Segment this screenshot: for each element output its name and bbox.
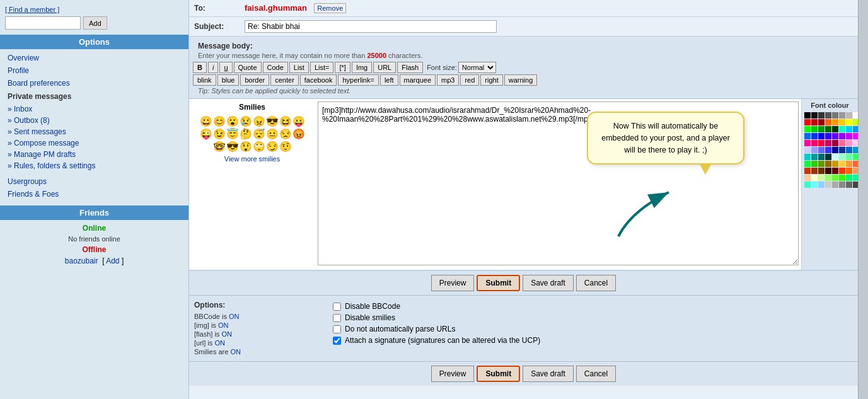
color-cell[interactable] [839,175,845,181]
find-member-input[interactable] [5,16,81,30]
smiley-20[interactable]: 🙄 [253,141,265,153]
toolbar-mp3-button[interactable]: mp3 [437,74,459,86]
smiley-1[interactable]: 😀 [200,115,212,127]
color-cell[interactable] [832,168,838,174]
color-cell[interactable] [832,175,838,181]
view-more-smilies-link[interactable]: View more smilies [194,155,310,163]
smiley-7[interactable]: 😆 [279,115,292,127]
color-cell[interactable] [818,147,825,153]
color-cell[interactable] [804,140,811,146]
smiley-6[interactable]: 😎 [266,115,279,127]
color-cell[interactable] [846,133,852,139]
color-cell[interactable] [839,119,845,125]
smiley-22[interactable]: 🤨 [279,141,292,153]
smiley-19[interactable]: 😲 [240,141,252,153]
no-parse-urls-checkbox[interactable] [333,325,341,333]
color-cell[interactable] [846,126,852,132]
color-cell[interactable] [825,182,831,188]
color-cell[interactable] [832,140,838,146]
toolbar-flash-button[interactable]: Flash [397,62,423,73]
color-cell[interactable] [832,154,838,160]
toolbar-red-button[interactable]: red [460,74,479,86]
color-cell[interactable] [832,182,838,188]
color-cell[interactable] [839,168,845,174]
color-cell[interactable] [804,147,811,153]
color-cell[interactable] [818,133,825,139]
color-cell[interactable] [818,126,825,132]
color-cell[interactable] [811,140,818,146]
friends-user-link[interactable]: baozubair [65,257,98,265]
save-draft-button[interactable]: Save draft [523,275,574,291]
toolbar-blink-button[interactable]: blink [193,74,216,86]
bottom-preview-button[interactable]: Preview [431,366,475,382]
color-cell[interactable] [839,140,845,146]
color-cell[interactable] [825,147,831,153]
color-cell[interactable] [846,154,852,160]
color-cell[interactable] [846,175,852,181]
smiley-3[interactable]: 😮 [226,115,239,127]
color-cell[interactable] [832,119,838,125]
sidebar-item-compose[interactable]: Compose message [0,137,188,149]
color-cell[interactable] [846,161,852,167]
color-cell[interactable] [832,147,838,153]
smiley-4[interactable]: 😢 [240,115,252,127]
sidebar-item-board-preferences[interactable]: Board preferences [0,77,188,90]
remove-recipient-button[interactable]: Remove [314,3,346,13]
smiley-13[interactable]: 😴 [253,128,265,140]
find-member-add-button[interactable]: Add [83,16,107,30]
color-cell[interactable] [825,140,831,146]
scrollbar[interactable] [858,0,868,399]
toolbar-warning-button[interactable]: warning [504,74,538,86]
color-cell[interactable] [839,112,845,119]
color-cell[interactable] [832,133,838,139]
toolbar-marquee-button[interactable]: marquee [400,74,436,86]
sidebar-item-friends-foes[interactable]: Friends & Foes [0,188,188,200]
color-cell[interactable] [804,112,811,119]
toolbar-url-button[interactable]: URL [373,62,396,73]
smiley-15[interactable]: 😒 [279,128,292,140]
color-cell[interactable] [818,140,825,146]
smiley-14[interactable]: 😐 [266,128,279,140]
color-cell[interactable] [839,147,845,153]
toolbar-italic-button[interactable]: i [208,62,218,73]
smiley-10[interactable]: 😉 [213,128,226,140]
smiley-16[interactable]: 😡 [292,128,305,140]
sidebar-item-rules[interactable]: Rules, folders & settings [0,160,188,171]
color-cell[interactable] [832,112,838,119]
disable-bbcode-checkbox[interactable] [333,303,341,311]
color-cell[interactable] [818,175,825,181]
toolbar-right-button[interactable]: right [480,74,502,86]
toolbar-list-button[interactable]: List [289,62,309,73]
sidebar-item-inbox[interactable]: Inbox [0,103,188,115]
color-cell[interactable] [804,161,811,167]
color-cell[interactable] [811,182,818,188]
color-cell[interactable] [832,126,838,132]
color-cell[interactable] [839,133,845,139]
color-cell[interactable] [846,182,852,188]
color-cell[interactable] [846,112,852,119]
color-cell[interactable] [825,154,831,160]
color-cell[interactable] [804,119,811,125]
attach-signature-checkbox[interactable] [333,337,341,345]
color-cell[interactable] [825,175,831,181]
color-cell[interactable] [811,112,818,119]
toolbar-left-button[interactable]: left [380,74,398,86]
find-member-link[interactable]: [ Find a member ] [5,6,59,13]
color-cell[interactable] [804,133,811,139]
color-cell[interactable] [818,168,825,174]
smiley-11[interactable]: 😇 [226,128,239,140]
color-cell[interactable] [839,161,845,167]
subject-input[interactable] [245,20,497,33]
color-cell[interactable] [811,154,818,160]
color-cell[interactable] [839,182,845,188]
color-cell[interactable] [811,119,818,125]
toolbar-blue-button[interactable]: blue [217,74,240,86]
toolbar-hyperlink-button[interactable]: hyperlink= [338,74,378,86]
color-cell[interactable] [811,161,818,167]
color-cell[interactable] [818,112,825,119]
smiley-12[interactable]: 🤔 [240,128,252,140]
color-cell[interactable] [804,168,811,174]
color-cell[interactable] [825,133,831,139]
preview-button[interactable]: Preview [431,275,475,291]
color-cell[interactable] [818,182,825,188]
